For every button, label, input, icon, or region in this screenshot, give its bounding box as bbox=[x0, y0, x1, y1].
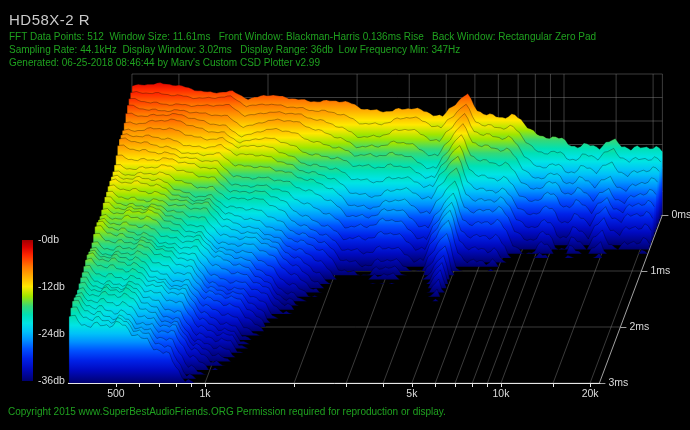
time-tick-label-1ms: 1ms bbox=[650, 264, 670, 276]
time-tick-label-3ms: 3ms bbox=[608, 376, 628, 388]
x-tick-label-10k: 10k bbox=[493, 387, 510, 399]
x-tick-label-500: 500 bbox=[107, 387, 125, 399]
x-tick-label-20k: 20k bbox=[582, 387, 599, 399]
x-tick-label-5k: 5k bbox=[406, 387, 417, 399]
time-tick-label-0ms: 0ms bbox=[671, 208, 690, 220]
header-display-settings: Sampling Rate: 44.1kHz Display Window: 3… bbox=[9, 44, 460, 55]
time-tick-label-2ms: 2ms bbox=[629, 320, 649, 332]
db-tick-label--12db: -12db bbox=[38, 280, 65, 292]
x-tick-label-1k: 1k bbox=[199, 387, 210, 399]
db-tick-label--24db: -24db bbox=[38, 327, 65, 339]
copyright-notice: Copyright 2015 www.SuperBestAudioFriends… bbox=[8, 406, 446, 417]
header-fft-settings: FFT Data Points: 512 Window Size: 11.61m… bbox=[9, 31, 596, 42]
csd-plot: HD58X-2 R FFT Data Points: 512 Window Si… bbox=[0, 0, 690, 430]
db-tick-label--0db: -0db bbox=[38, 233, 59, 245]
db-tick-label--36db: -36db bbox=[38, 374, 65, 386]
header-generated-info: Generated: 06-25-2018 08:46:44 by Marv's… bbox=[9, 57, 320, 68]
plot-title: HD58X-2 R bbox=[9, 11, 90, 28]
